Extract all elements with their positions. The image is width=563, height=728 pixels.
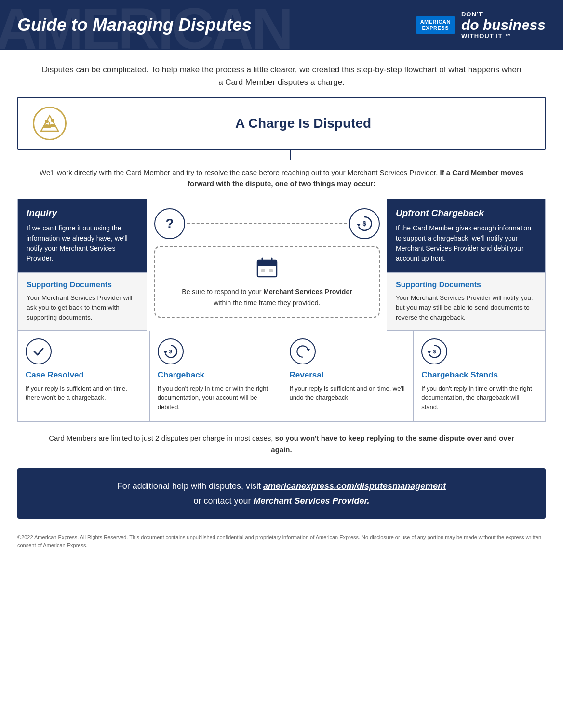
chargeback-stands-col: $ Chargeback Stands If you don't reply i… [414,331,545,422]
svg-text:$: $ [362,220,366,227]
charge-icon: ! [33,107,67,140]
reversal-title: Reversal [290,370,406,380]
respond-box: Be sure to respond to your Merchant Serv… [154,246,380,318]
copyright: ©2022 American Express. All Rights Reser… [0,524,563,557]
svg-point-2 [45,120,49,123]
supporting-doc-right-text: Your Merchant Services Provider will not… [396,293,536,323]
svg-marker-4 [357,224,361,227]
flowchart-main: Inquiry If we can't figure it out using … [17,199,546,331]
page-title: Guide to Managing Disputes [17,15,252,35]
svg-point-3 [51,119,54,122]
amex-logo: AMERICANEXPRESS [416,16,455,34]
connector-line-1 [17,150,563,160]
inquiry-text: If we can't figure it out using the info… [27,223,138,264]
supporting-doc-right-box: Supporting Documents Your Merchant Servi… [387,272,545,330]
upfront-title: Upfront Chargeback [396,208,536,218]
chargeback-icon: $ [158,338,274,364]
chargeback-title: Chargeback [158,370,274,380]
desc-text: We'll work directly with the Card Member… [0,160,563,199]
chargeback-text: If you don't reply in time or with the r… [158,384,274,412]
chargeback-stands-icon: $ [421,338,537,364]
right-column: Upfront Chargeback If the Card Member gi… [387,199,546,331]
center-icons-top: ? $ [154,208,380,239]
svg-text:$: $ [169,348,173,354]
case-resolved-text: If your reply is sufficient and on time,… [26,384,142,403]
dont-tagline: DON'T do business WITHOUT IT ™ [461,11,546,40]
checkmark-icon [26,338,142,364]
dollar-cycle-top-icon: $ [349,208,380,239]
center-column: ? $ [147,199,387,331]
header: AMERICAN Guide to Managing Disputes AMER… [0,0,563,50]
reversal-col: Reversal If your reply is sufficient and… [282,331,414,422]
upfront-text: If the Card Member gives enough informat… [396,223,536,264]
footer-note: Card Members are limited to just 2 dispu… [0,422,563,463]
svg-text:$: $ [433,348,436,354]
respond-text: Be sure to respond to your Merchant Serv… [166,286,368,308]
reversal-icon [290,338,406,364]
bottom-row: Case Resolved If your reply is sufficien… [17,331,546,422]
inquiry-box: Inquiry If we can't figure it out using … [18,199,147,272]
cta-link[interactable]: americanexpress.com/disputesmanagement [263,481,446,491]
calendar-icon [166,256,368,282]
left-column: Inquiry If we can't figure it out using … [17,199,147,331]
chargeback-stands-text: If you don't reply in time or with the r… [421,384,537,412]
svg-rect-7 [257,260,277,266]
supporting-doc-right-title: Supporting Documents [396,281,536,289]
chargeback-col: $ Chargeback If you don't reply in time … [150,331,282,422]
inquiry-title: Inquiry [27,208,138,218]
intro-text: Disputes can be complicated. To help mak… [0,50,563,97]
svg-rect-11 [269,269,273,272]
reversal-text: If your reply is sufficient and on time,… [290,384,406,403]
cta-box: For additional help with disputes, visit… [17,468,546,519]
chargeback-stands-title: Chargeback Stands [421,370,537,380]
supporting-doc-left-box: Supporting Documents Your Merchant Servi… [18,272,147,330]
charge-title: A Charge Is Disputed [76,116,530,131]
charge-disputed-box: ! A Charge Is Disputed [17,97,546,150]
svg-marker-15 [428,351,431,354]
supporting-doc-left-text: Your Merchant Services Provider will ask… [27,293,138,323]
svg-marker-12 [164,351,167,354]
question-circle-icon: ? [154,208,185,239]
case-resolved-title: Case Resolved [26,370,142,380]
case-resolved-col: Case Resolved If your reply is sufficien… [18,331,150,422]
svg-marker-14 [307,349,310,351]
header-logo-area: AMERICANEXPRESS DON'T do business WITHOU… [416,11,546,40]
upfront-box: Upfront Chargeback If the Card Member gi… [387,199,545,272]
svg-rect-10 [261,269,265,272]
supporting-doc-left-title: Supporting Documents [27,281,138,289]
